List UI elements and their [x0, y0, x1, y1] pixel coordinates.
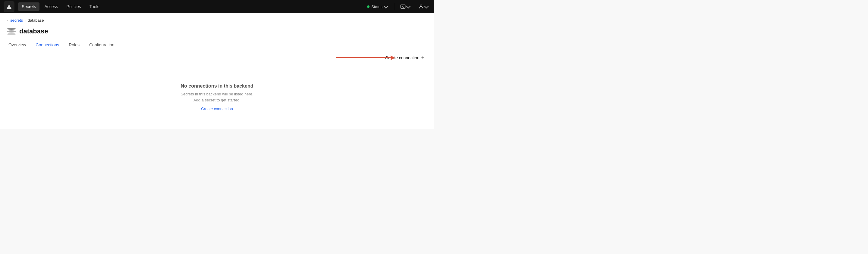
user-icon	[418, 4, 424, 9]
main-content: ‹ secrets ‹ database database Overview C…	[0, 13, 434, 129]
breadcrumb-separator: ‹	[25, 19, 26, 23]
tabs-bar: Overview Connections Roles Configuration	[0, 35, 434, 50]
db-disk-mid	[7, 30, 16, 33]
empty-state-create-link[interactable]: Create connection	[201, 107, 233, 111]
status-chevron-down-icon	[384, 4, 388, 8]
nav-right: Status	[364, 3, 430, 10]
empty-state-description: Secrets in this backend will be listed h…	[178, 91, 256, 103]
arrow-annotation	[336, 56, 395, 60]
tab-connections[interactable]: Connections	[31, 40, 64, 50]
tab-overview[interactable]: Overview	[7, 40, 31, 50]
vault-logo[interactable]	[4, 1, 14, 12]
user-chevron-down-icon	[424, 4, 429, 8]
database-icon	[7, 28, 16, 35]
user-button[interactable]	[416, 3, 430, 10]
status-indicator-icon	[367, 5, 370, 8]
arrow-head-icon	[391, 56, 395, 60]
breadcrumb-secrets-link[interactable]: secrets	[10, 18, 23, 23]
db-disk-bot	[7, 33, 16, 35]
connections-toolbar: Create connection +	[0, 50, 434, 65]
nav-left: Secrets Access Policies Tools	[4, 1, 103, 12]
terminal-button[interactable]	[398, 3, 412, 10]
plus-icon: +	[421, 55, 424, 61]
tab-configuration[interactable]: Configuration	[84, 40, 119, 50]
top-navigation: Secrets Access Policies Tools Status	[0, 0, 434, 13]
status-button[interactable]: Status	[364, 3, 390, 10]
empty-state: No connections in this backend Secrets i…	[0, 65, 434, 129]
nav-item-secrets[interactable]: Secrets	[18, 2, 39, 11]
logo-triangle-icon	[7, 4, 11, 9]
db-disk-top	[7, 28, 16, 30]
nav-item-tools[interactable]: Tools	[86, 2, 103, 11]
terminal-chevron-down-icon	[406, 4, 410, 8]
nav-item-access[interactable]: Access	[41, 2, 61, 11]
nav-item-policies[interactable]: Policies	[63, 2, 85, 11]
empty-state-title: No connections in this backend	[181, 83, 253, 89]
nav-divider	[394, 3, 394, 10]
breadcrumb-left-arrow-icon: ‹	[7, 19, 8, 23]
tab-roles[interactable]: Roles	[64, 40, 84, 50]
arrow-line	[336, 57, 391, 58]
page-header: database	[0, 25, 434, 35]
status-label: Status	[371, 4, 382, 9]
page-title: database	[19, 27, 48, 35]
terminal-icon	[400, 4, 406, 9]
breadcrumb-current: database	[28, 18, 44, 23]
svg-point-2	[420, 5, 422, 7]
breadcrumb: ‹ secrets ‹ database	[0, 13, 434, 25]
